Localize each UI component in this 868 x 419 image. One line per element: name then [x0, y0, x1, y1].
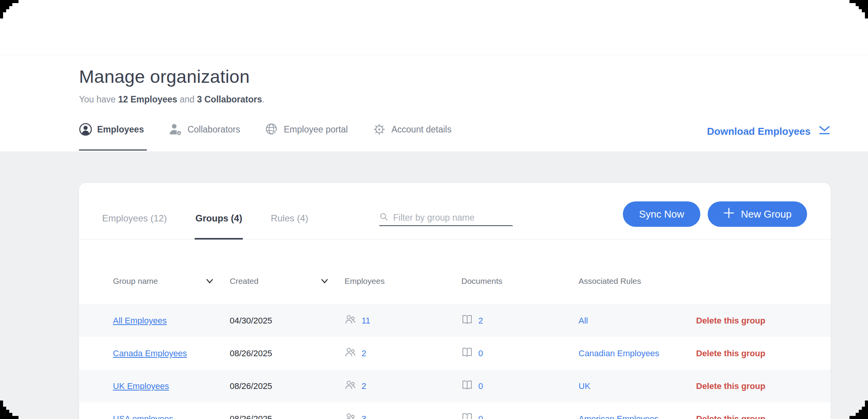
- group-name-link[interactable]: Canada Employees: [113, 349, 187, 358]
- group-filter-input[interactable]: [392, 212, 513, 223]
- people-icon: [345, 315, 356, 327]
- table-header-row: Group name Created Employees Documents A…: [79, 240, 831, 304]
- subtab-rules[interactable]: Rules (4): [270, 183, 309, 240]
- subtitle-mid: and: [177, 94, 197, 104]
- created-date: 08/26/2025: [230, 349, 345, 359]
- globe-cursor-icon: [265, 122, 279, 136]
- tab-employee-portal[interactable]: Employee portal: [265, 122, 348, 136]
- group-filter-field: [379, 210, 513, 226]
- sort-chevron-icon[interactable]: [206, 277, 214, 286]
- employees-count-link[interactable]: 2: [362, 349, 366, 359]
- documents-count-link[interactable]: 0: [478, 349, 483, 359]
- person-shield-icon: [168, 123, 182, 136]
- people-icon: [345, 347, 356, 360]
- delete-group-link[interactable]: Delete this group: [696, 316, 765, 325]
- employees-count-cell: 3: [345, 413, 461, 419]
- header-associated-rules: Associated Rules: [579, 277, 696, 286]
- gear-icon: [372, 122, 386, 136]
- header-documents-label: Documents: [461, 277, 502, 286]
- new-group-label: New Group: [741, 208, 792, 220]
- header-employees: Employees: [345, 277, 461, 286]
- header-group-name: Group name: [113, 277, 230, 286]
- subtab-groups[interactable]: Groups (4): [195, 183, 243, 240]
- employees-count-cell: 11: [345, 315, 461, 327]
- sort-chevron-icon[interactable]: [321, 277, 328, 286]
- header-group-name-label: Group name: [113, 277, 158, 286]
- person-circle-icon: [79, 123, 92, 136]
- employees-count-cell: 2: [345, 380, 461, 392]
- plus-icon: [723, 207, 735, 221]
- documents-count-cell: 0: [461, 413, 579, 419]
- card-tab-bar: Employees (12) Groups (4) Rules (4) Sync…: [79, 183, 831, 240]
- page-title: Manage organization: [79, 66, 250, 87]
- page-subtitle: You have 12 Employees and 3 Collaborator…: [79, 94, 264, 105]
- associated-rule-link[interactable]: All: [579, 316, 588, 325]
- tab-employee-portal-label: Employee portal: [284, 124, 348, 135]
- group-name-link[interactable]: UK Employees: [113, 381, 169, 391]
- delete-group-link[interactable]: Delete this group: [696, 381, 765, 391]
- sync-now-label: Sync Now: [639, 208, 684, 220]
- subtitle-employee-count: 12 Employees: [118, 94, 177, 104]
- screen: Manage organization You have 12 Employee…: [0, 0, 868, 419]
- subtitle-prefix: You have: [79, 94, 118, 104]
- documents-count-link[interactable]: 2: [478, 316, 483, 326]
- sync-now-button[interactable]: Sync Now: [623, 201, 700, 227]
- book-icon: [461, 315, 473, 327]
- employees-count-cell: 2: [345, 347, 461, 360]
- tab-employees[interactable]: Employees: [79, 123, 144, 136]
- new-group-button[interactable]: New Group: [708, 201, 807, 227]
- table-row: All Employees 04/30/2025 11 2 All Delete…: [79, 304, 831, 337]
- employees-count-link[interactable]: 3: [362, 414, 366, 419]
- documents-count-cell: 0: [461, 380, 579, 392]
- main-tab-bar: Employees Collaborators Employee portal …: [79, 122, 451, 136]
- created-date: 08/26/2025: [230, 414, 345, 419]
- documents-count-cell: 0: [461, 347, 579, 360]
- subtitle-suffix: .: [262, 94, 264, 104]
- active-tab-underline: [79, 149, 147, 151]
- created-date: 08/26/2025: [230, 381, 345, 391]
- book-icon: [461, 413, 473, 419]
- documents-count-link[interactable]: 0: [478, 381, 483, 391]
- book-icon: [461, 347, 473, 360]
- book-icon: [461, 380, 473, 392]
- header-created: Created: [230, 277, 345, 286]
- subtitle-collaborator-count: 3 Collaborators: [197, 94, 262, 104]
- tab-collaborators[interactable]: Collaborators: [168, 123, 240, 136]
- header-documents: Documents: [461, 277, 579, 286]
- associated-rule-link[interactable]: UK: [579, 381, 590, 391]
- download-employees-label: Download Employees: [707, 126, 811, 137]
- people-icon: [345, 413, 356, 419]
- people-icon: [345, 380, 356, 392]
- tab-collaborators-label: Collaborators: [187, 124, 240, 135]
- table-row: Canada Employees 08/26/2025 2 0 Canadian…: [79, 337, 831, 370]
- subtab-employees[interactable]: Employees (12): [101, 183, 168, 240]
- tab-account-details-label: Account details: [391, 124, 451, 135]
- group-name-link[interactable]: All Employees: [113, 316, 167, 325]
- group-name-link[interactable]: USA employees: [113, 414, 173, 419]
- employees-count-link[interactable]: 2: [362, 381, 366, 391]
- download-employees-button[interactable]: Download Employees: [707, 125, 831, 138]
- table-row: UK Employees 08/26/2025 2 0 UK Delete th…: [79, 370, 831, 402]
- delete-group-link[interactable]: Delete this group: [696, 349, 765, 358]
- associated-rule-link[interactable]: Canadian Employees: [579, 349, 659, 358]
- documents-count-cell: 2: [461, 315, 579, 327]
- groups-card: Employees (12) Groups (4) Rules (4) Sync…: [79, 183, 831, 419]
- header-created-label: Created: [230, 277, 259, 286]
- created-date: 04/30/2025: [230, 316, 345, 326]
- header-associated-rules-label: Associated Rules: [579, 277, 641, 286]
- search-icon: [379, 212, 389, 223]
- associated-rule-link[interactable]: American Employees: [579, 414, 659, 419]
- tab-account-details[interactable]: Account details: [372, 122, 451, 136]
- header-employees-label: Employees: [345, 277, 385, 286]
- top-white-band: [0, 0, 868, 55]
- documents-count-link[interactable]: 0: [478, 414, 483, 419]
- delete-group-link[interactable]: Delete this group: [696, 414, 765, 419]
- employees-count-link[interactable]: 11: [362, 316, 370, 326]
- tab-employees-label: Employees: [97, 124, 144, 135]
- table-row: USA employees 08/26/2025 3 0 American Em…: [79, 402, 831, 419]
- download-icon: [818, 125, 831, 138]
